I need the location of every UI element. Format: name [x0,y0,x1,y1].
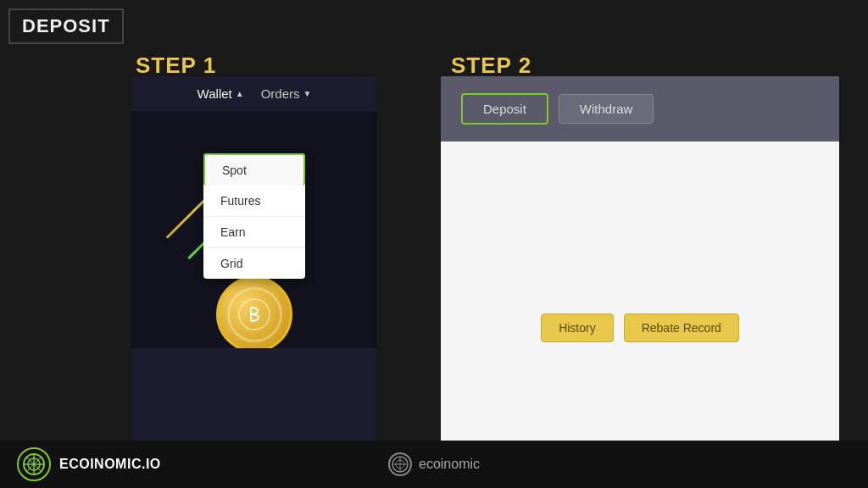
step1-panel: Wallet ▲ Orders ▼ Spot Futures Earn Grid [131,76,377,449]
bottom-bar: ECOINOMIC.IO ecoinomic [0,441,868,488]
orders-nav-item[interactable]: Orders ▼ [261,86,312,101]
step1-nav: Wallet ▲ Orders ▼ [131,76,377,111]
step2-panel: Deposit Withdraw History Rebate Record [441,76,839,449]
coin-icon [237,297,271,331]
wallet-nav-item[interactable]: Wallet ▲ [198,86,244,101]
dropdown-earn[interactable]: Earn [203,217,305,248]
logo-svg [22,452,46,476]
coin-circle [216,276,292,348]
center-logo-icon [388,452,412,476]
footer-logo-left: ECOINOMIC.IO [17,447,161,481]
dropdown-spot[interactable]: Spot [203,153,305,186]
step2-header: Deposit Withdraw [441,76,839,141]
history-button[interactable]: History [541,313,614,342]
deposit-badge: DEPOSIT [8,8,124,44]
orders-label: Orders [261,86,300,101]
wallet-label: Wallet [198,86,232,101]
orders-arrow-icon: ▼ [303,89,311,98]
wallet-dropdown: Spot Futures Earn Grid [203,153,305,279]
dropdown-futures[interactable]: Futures [203,186,305,217]
dropdown-grid[interactable]: Grid [203,248,305,279]
step2-content: History Rebate Record [441,141,839,446]
bottom-buttons: History Rebate Record [541,313,739,342]
ecoinomic-logo-icon [17,447,51,481]
coin-decoration [203,280,305,348]
deposit-button[interactable]: Deposit [461,93,548,125]
center-logo-svg [391,455,409,474]
wallet-arrow-icon: ▲ [236,89,244,98]
step1-dark-area: Spot Futures Earn Grid [131,111,377,348]
coin-inner [227,287,282,342]
withdraw-button[interactable]: Withdraw [559,94,654,124]
footer-logo-center: ecoinomic [388,452,480,476]
footer-logo-text: ECOINOMIC.IO [59,457,161,472]
footer-center-text: ecoinomic [419,457,480,472]
rebate-record-button[interactable]: Rebate Record [624,313,739,342]
